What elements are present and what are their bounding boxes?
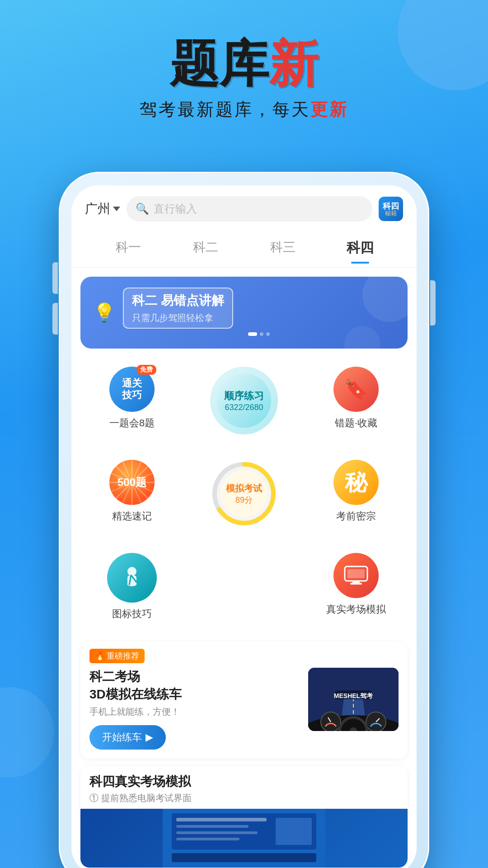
promo-badge-text: 重磅推荐 <box>107 651 139 661</box>
phone-screen: 广州 🔍 直行输入 科四 秘籍 科一 科二 <box>71 185 417 868</box>
svg-rect-31 <box>176 818 267 821</box>
phone-side-btn-right <box>430 280 436 326</box>
search-icon: 🔍 <box>136 203 149 215</box>
svg-rect-34 <box>176 838 239 840</box>
seatbelt-svg <box>119 565 145 590</box>
ke4-badge[interactable]: 科四 秘籍 <box>379 197 403 221</box>
promo-text-area: 科二考场3D模拟在线练车 手机上就能练，方便！ 开始练车 ▶ <box>89 668 308 750</box>
tongguanjiqiao-icon-wrapper: 通关 技巧 免费 <box>109 367 155 412</box>
grid-item-moni[interactable]: 模拟考试 89分 <box>188 453 300 537</box>
tab-bar: 科一 科二 科三 科四 <box>71 229 417 268</box>
feature-card-subtitle: ① 提前熟悉电脑考试界面 <box>80 792 408 809</box>
svg-rect-35 <box>276 818 312 845</box>
start-practice-button[interactable]: 开始练车 ▶ <box>89 725 166 750</box>
title-black-text: 题库 <box>169 36 269 91</box>
exam-circle-content: 模拟考试 89分 <box>210 460 278 528</box>
promo-brand-text: MESHEL驾考 <box>334 692 373 700</box>
monitor-svg <box>344 566 368 585</box>
practice-circle: 顺序练习 6322/2680 <box>210 367 278 434</box>
kaomian-icon: 秘 <box>333 460 379 505</box>
promo-badge: 🔥 重磅推荐 <box>89 649 145 663</box>
ke4-badge-label: 科四 <box>383 202 399 210</box>
promo-title: 科二考场3D模拟在线练车 <box>89 668 301 703</box>
tab-ke3[interactable]: 科三 <box>244 233 321 263</box>
jingxuan-500-text: 500题 <box>117 475 146 490</box>
promo-card[interactable]: 🔥 重磅推荐 科二考场3D模拟在线练车 手机上就能练，方便！ 开始练车 ▶ <box>80 642 408 759</box>
tab-ke2-label: 科二 <box>193 240 218 254</box>
svg-rect-32 <box>176 825 249 828</box>
exam-circle-wrapper: 模拟考试 89分 <box>210 460 278 528</box>
ke4-badge-sublabel: 秘籍 <box>385 210 397 216</box>
feature-grid-row3: 图标技巧 真实考场模拟 <box>71 541 417 634</box>
banner-dot-3 <box>266 332 270 336</box>
tab-ke4[interactable]: 科四 <box>321 233 399 263</box>
banner-light-icon: 💡 <box>93 302 116 323</box>
svg-rect-36 <box>172 853 316 862</box>
promo-desc: 手机上就能练，方便！ <box>89 706 301 718</box>
exam-score-text: 89分 <box>235 495 253 505</box>
location-button[interactable]: 广州 <box>85 200 120 217</box>
phone-frame: 广州 🔍 直行输入 科四 秘籍 科一 科二 <box>59 172 429 868</box>
grid-item-tubiao[interactable]: 图标技巧 <box>76 546 188 630</box>
jingxuan-icon-wrapper: 500题 <box>109 460 155 505</box>
feature-grid-row2: 500题 精选速记 模拟考试 <box>71 448 417 541</box>
header-subtitle: 驾考最新题库，每天更新 <box>0 98 488 121</box>
subtitle-highlight: 更新 <box>310 100 348 119</box>
svg-point-13 <box>127 567 136 576</box>
grid-item-zhenshimoni[interactable]: 真实考场模拟 <box>300 546 412 630</box>
search-bar[interactable]: 🔍 直行输入 <box>127 196 372 222</box>
top-bar: 广州 🔍 直行输入 科四 秘籍 <box>71 185 417 229</box>
tab-ke2[interactable]: 科二 <box>167 233 244 263</box>
start-practice-arrow: ▶ <box>145 731 153 743</box>
free-badge: 免费 <box>136 365 156 375</box>
header-title: 题库 新 <box>0 36 488 91</box>
kaomian-icon-text: 秘 <box>345 467 367 498</box>
grid-item-tongguanjiqiao[interactable]: 通关 技巧 免费 一题会8题 <box>76 359 188 443</box>
banner-title: 科二 易错点讲解 <box>132 292 224 309</box>
practice-circle-inner: 顺序练习 6322/2680 <box>217 373 271 428</box>
promo-banner[interactable]: 💡 科二 易错点讲解 只需几步驾照轻松拿 <box>80 277 408 349</box>
practice-title: 顺序练习 <box>224 389 264 403</box>
feature-card-ke4[interactable]: 科四真实考场模拟 ① 提前熟悉电脑考试界面 <box>80 766 408 868</box>
tongguanjiqiao-icon-text: 通关 技巧 <box>122 377 142 401</box>
banner-dot-2 <box>260 332 263 336</box>
feature-grid-row1: 通关 技巧 免费 一题会8题 顺序练习 6322/2680 <box>71 355 417 448</box>
phone-side-btn-2 <box>52 303 58 335</box>
bg-circle-bottom-left <box>0 687 54 778</box>
grid-item-kaomian[interactable]: 秘 考前密宗 <box>300 453 412 537</box>
kaomian-label: 考前密宗 <box>336 509 376 523</box>
promo-badge-fire: 🔥 <box>95 651 105 661</box>
tubiao-icon <box>107 553 157 603</box>
tongguanjiqiao-label: 一题会8题 <box>109 416 155 430</box>
tab-ke1-label: 科一 <box>116 240 141 254</box>
grid-item-jingxuan[interactable]: 500题 精选速记 <box>76 453 188 537</box>
grid-item-shunxu[interactable]: 顺序练习 6322/2680 <box>188 359 300 443</box>
location-text: 广州 <box>85 200 110 217</box>
feature-card-title: 科四真实考场模拟 <box>80 766 408 792</box>
phone-side-btn-1 <box>52 262 58 294</box>
practice-count: 6322/2680 <box>225 403 263 412</box>
promo-image: MESHEL驾考 <box>308 668 399 731</box>
banner-subtitle: 只需几步驾照轻松拿 <box>132 312 224 324</box>
header-area: 题库 新 驾考最新题库，每天更新 <box>0 0 488 139</box>
subtitle-text: 驾考最新题库，每天 <box>140 100 310 119</box>
tab-ke3-label: 科三 <box>270 240 296 254</box>
exam-title-text: 模拟考试 <box>226 482 262 495</box>
start-practice-label: 开始练车 <box>102 731 142 744</box>
grid-item-cuoti[interactable]: 🔖 错题·收藏 <box>300 359 412 443</box>
tab-ke1[interactable]: 科一 <box>89 233 167 263</box>
promo-card-body: 科二考场3D模拟在线练车 手机上就能练，方便！ 开始练车 ▶ <box>80 668 408 759</box>
feature-card-image <box>80 809 408 868</box>
location-dropdown-arrow <box>113 207 120 211</box>
tab-ke4-label: 科四 <box>347 240 374 255</box>
banner-dot-1 <box>248 332 257 336</box>
cuoti-label: 错题·收藏 <box>335 416 377 430</box>
jingxuan-icon: 500题 <box>109 460 155 505</box>
svg-rect-16 <box>352 581 360 583</box>
grid-item-empty <box>188 546 300 630</box>
zhenshimoni-label: 真实考场模拟 <box>326 603 386 616</box>
exam-screen-svg <box>163 809 325 868</box>
tubiao-label: 图标技巧 <box>112 607 152 621</box>
search-placeholder-text: 直行输入 <box>154 202 197 216</box>
phone-mockup: 广州 🔍 直行输入 科四 秘籍 科一 科二 <box>59 172 429 868</box>
